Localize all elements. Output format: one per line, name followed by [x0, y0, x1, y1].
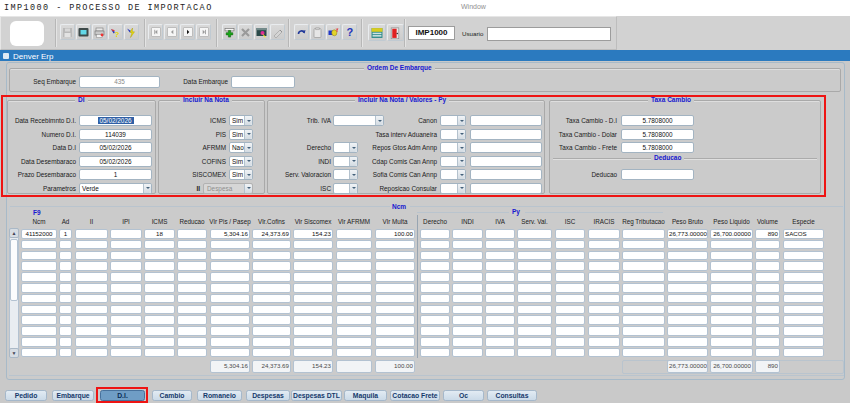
svg-text:?: ? [115, 30, 120, 38]
